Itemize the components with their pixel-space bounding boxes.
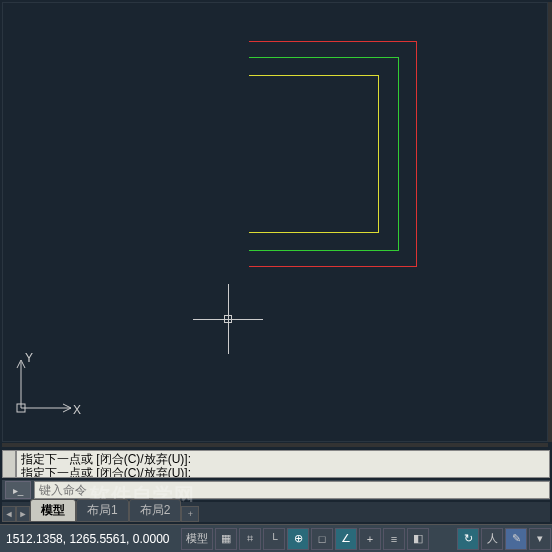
horizontal-scrollbar[interactable] — [2, 443, 548, 447]
status-bar: 1512.1358, 1265.5561, 0.0000 模型 ▦ ⌗ └ ⊕ … — [0, 524, 552, 552]
vertical-scrollbar[interactable] — [548, 2, 552, 442]
transparency-icon[interactable]: ◧ — [407, 528, 429, 550]
dyn-icon[interactable]: + — [359, 528, 381, 550]
tab-layout2[interactable]: 布局2 — [129, 499, 182, 522]
cycle-icon[interactable]: ↻ — [457, 528, 479, 550]
ortho-icon[interactable]: └ — [263, 528, 285, 550]
rect-yellow — [249, 75, 379, 233]
annotation-icon[interactable]: 人 — [481, 528, 503, 550]
snap-icon[interactable]: ⌗ — [239, 528, 261, 550]
command-input[interactable] — [34, 481, 550, 499]
pencil-icon[interactable]: ✎ — [505, 528, 527, 550]
tab-model[interactable]: 模型 — [30, 499, 76, 522]
command-history: 指定下一点或 [闭合(C)/放弃(U)]: 指定下一点或 [闭合(C)/放弃(U… — [16, 450, 550, 478]
history-line: 指定下一点或 [闭合(C)/放弃(U)]: — [21, 466, 545, 478]
track-icon[interactable]: ∠ — [335, 528, 357, 550]
osnap-icon[interactable]: □ — [311, 528, 333, 550]
command-line: ▸_ — [2, 480, 550, 500]
polar-icon[interactable]: ⊕ — [287, 528, 309, 550]
tab-layout1[interactable]: 布局1 — [76, 499, 129, 522]
lineweight-icon[interactable]: ≡ — [383, 528, 405, 550]
tab-nav-next[interactable]: ► — [16, 506, 30, 522]
settings-icon[interactable]: ▾ — [529, 528, 551, 550]
grid-icon[interactable]: ▦ — [215, 528, 237, 550]
command-prompt-icon[interactable]: ▸_ — [5, 481, 31, 499]
drawing-canvas[interactable]: Y X — [2, 2, 548, 442]
ucs-y-label: Y — [25, 351, 33, 365]
tab-add[interactable]: + — [181, 506, 199, 522]
history-line: 指定下一点或 [闭合(C)/放弃(U)]: — [21, 452, 545, 466]
model-space-button[interactable]: 模型 — [181, 528, 213, 550]
tab-nav-prev[interactable]: ◄ — [2, 506, 16, 522]
ucs-x-label: X — [73, 403, 81, 417]
history-gutter[interactable] — [2, 450, 16, 478]
layout-tabs: ◄ ► 模型 布局1 布局2 + — [2, 502, 550, 522]
coordinates-readout[interactable]: 1512.1358, 1265.5561, 0.0000 — [0, 532, 180, 546]
